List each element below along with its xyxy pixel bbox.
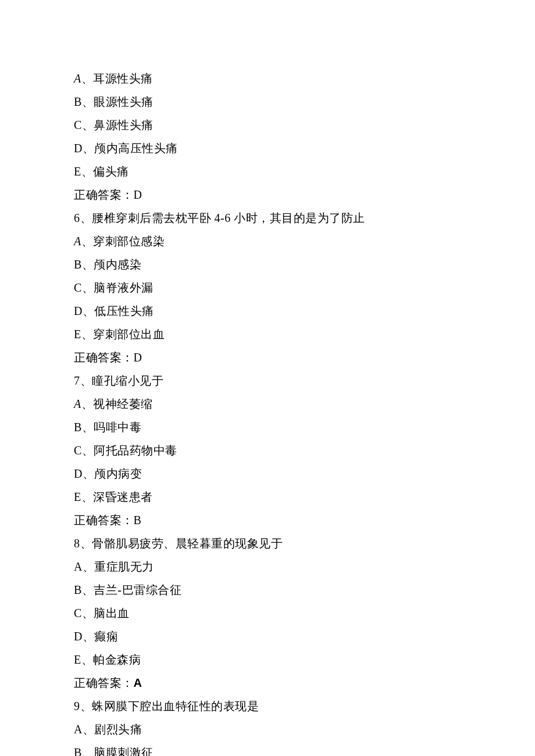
option-b: B、脑膜刺激征 [74,741,535,756]
answer-line: 正确答案：A [74,671,535,694]
option-d: D、癫痫 [74,625,535,648]
answer-line: 正确答案：B [74,508,535,532]
answer-line: 正确答案：D [74,183,535,206]
document-page: A、耳源性头痛 B、眼源性头痛 C、鼻源性头痛 D、颅内高压性头痛 E、偏头痛 … [0,0,535,756]
option-d: D、低压性头痛 [74,299,535,323]
option-d: D、颅内高压性头痛 [74,137,535,160]
answer-line: 正确答案：D [74,346,535,369]
option-letter: A [74,235,81,248]
option-a: A、重症肌无力 [74,555,535,578]
option-c: C、脑出血 [74,601,535,625]
option-b: B、吗啡中毒 [74,415,535,439]
option-e: E、帕金森病 [74,648,535,671]
option-text: 、耳源性头痛 [81,72,153,85]
option-e: E、偏头痛 [74,160,535,183]
option-b: B、吉兰-巴雷综合征 [74,578,535,601]
option-text: 、视神经萎缩 [81,397,153,410]
option-letter: A [74,72,81,85]
question-6: 6、腰椎穿刺后需去枕平卧 4-6 小时，其目的是为了防止 [74,206,535,230]
option-b: B、颅内感染 [74,253,535,276]
option-a: A、视神经萎缩 [74,392,535,415]
option-text: 、穿刺部位感染 [81,235,165,248]
question-7: 7、瞳孔缩小见于 [74,369,535,392]
option-e: E、穿刺部位出血 [74,323,535,346]
answer-prefix: 正确答案： [74,676,134,689]
option-d: D、颅内病变 [74,462,535,485]
option-a: A、剧烈头痛 [74,718,535,741]
option-e: E、深昏迷患者 [74,485,535,508]
option-c: C、脑脊液外漏 [74,276,535,299]
option-c: C、阿托品药物中毒 [74,439,535,462]
question-9: 9、蛛网膜下腔出血特征性的表现是 [74,694,535,718]
option-letter: A [74,397,81,410]
answer-value: A [134,676,142,689]
option-c: C、鼻源性头痛 [74,113,535,137]
option-a: A、耳源性头痛 [74,67,535,90]
option-a: A、穿刺部位感染 [74,230,535,253]
question-8: 8、骨骼肌易疲劳、晨轻暮重的现象见于 [74,532,535,555]
option-b: B、眼源性头痛 [74,90,535,113]
